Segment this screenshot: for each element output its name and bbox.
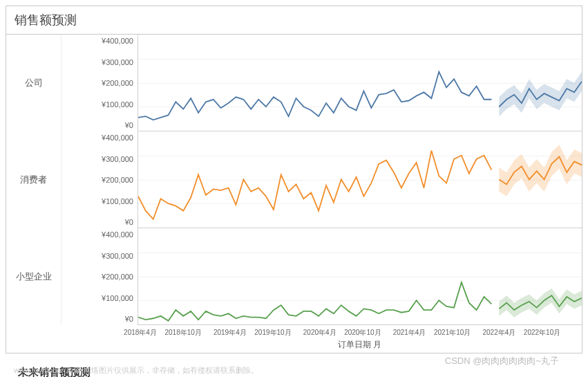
- panel-公司: 公司¥400,000¥300,000¥200,000¥100,000¥0: [6, 35, 582, 131]
- panel-小型企业: 小型企业¥400,000¥300,000¥200,000¥100,000¥0: [6, 228, 582, 325]
- watermark-source: www.toymoban.com 网络图片仅供展示，非存储，如有侵权请联系删除。: [14, 365, 258, 376]
- x-tick: 2022年4月: [482, 328, 515, 338]
- x-tick: 2019年10月: [254, 328, 291, 338]
- y-tick: ¥0: [125, 218, 133, 226]
- x-tick: 2020年10月: [344, 328, 381, 338]
- y-tick: ¥400,000: [102, 230, 133, 239]
- panel-消费者: 消费者¥400,000¥300,000¥200,000¥100,000¥0: [6, 131, 582, 228]
- x-tick: 2019年4月: [214, 328, 247, 338]
- watermark-csdn: CSDN @肉肉肉肉肉肉~丸子: [445, 355, 559, 367]
- y-tick: ¥300,000: [102, 155, 133, 163]
- x-axis: 2018年4月2018年10月2019年4月2019年10月2020年4月202…: [137, 325, 582, 338]
- x-tick: 2022年10月: [524, 328, 560, 338]
- y-tick: ¥200,000: [102, 273, 133, 281]
- x-tick: 2018年10月: [164, 328, 201, 338]
- x-tick: 2021年10月: [434, 328, 471, 338]
- y-tick: ¥400,000: [102, 134, 133, 142]
- x-tick: 2020年4月: [303, 328, 336, 338]
- panel-label: 小型企业: [6, 228, 61, 325]
- series-svg: [138, 35, 582, 131]
- y-tick: ¥200,000: [102, 176, 133, 184]
- chart-container: 销售额预测 公司¥400,000¥300,000¥200,000¥100,000…: [6, 6, 582, 353]
- y-axis: ¥400,000¥300,000¥200,000¥100,000¥0: [61, 131, 137, 228]
- plot-area: [137, 228, 582, 325]
- y-axis: ¥400,000¥300,000¥200,000¥100,000¥0: [61, 228, 137, 325]
- y-tick: ¥0: [125, 315, 133, 323]
- y-axis: ¥400,000¥300,000¥200,000¥100,000¥0: [61, 35, 137, 131]
- x-axis-label: 订单日期 月: [137, 338, 582, 355]
- plot-area: [137, 131, 582, 228]
- y-tick: ¥300,000: [102, 58, 133, 66]
- y-tick: ¥100,000: [102, 294, 133, 302]
- y-tick: ¥0: [125, 121, 133, 129]
- panel-label: 消费者: [6, 131, 61, 228]
- y-tick: ¥100,000: [102, 100, 133, 109]
- series-svg: [138, 131, 582, 228]
- x-tick: 2021年4月: [393, 328, 426, 338]
- y-tick: ¥400,000: [102, 37, 133, 45]
- y-tick: ¥300,000: [102, 252, 133, 260]
- x-tick: 2018年4月: [124, 328, 157, 338]
- plot-area: [137, 35, 582, 131]
- chart-body: 公司¥400,000¥300,000¥200,000¥100,000¥0消费者¥…: [6, 35, 582, 353]
- series-svg: [138, 228, 582, 324]
- chart-title: 销售额预测: [6, 6, 582, 35]
- y-tick: ¥200,000: [102, 79, 133, 87]
- panel-label: 公司: [6, 35, 61, 131]
- y-tick: ¥100,000: [102, 197, 133, 205]
